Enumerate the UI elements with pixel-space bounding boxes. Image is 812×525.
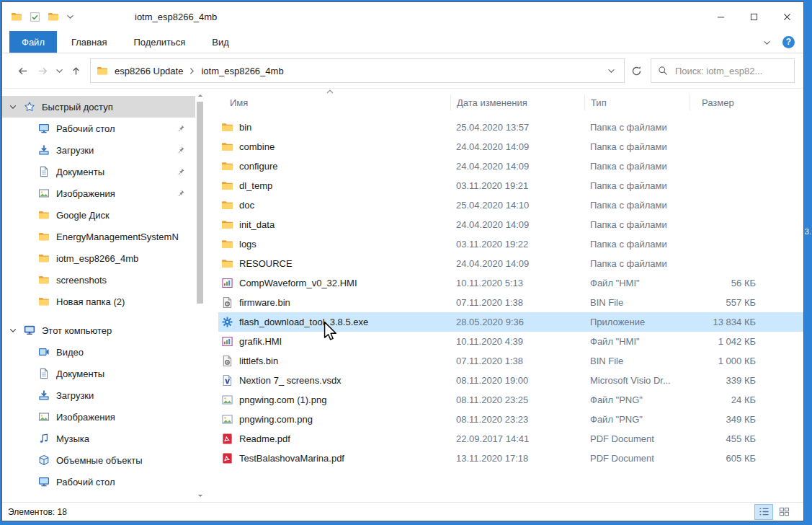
pin-icon [177,146,185,154]
sidebar-item-screenshots[interactable]: screenshots [2,269,195,291]
file-row[interactable]: init_data24.04.2020 14:09Папка с файлами [218,215,803,234]
sidebar-item-documents[interactable]: Документы [2,161,195,182]
file-row[interactable]: combine24.04.2020 14:09Папка с файлами [218,137,803,156]
file-row[interactable]: configure24.04.2020 14:09Папка с файлами [218,156,803,176]
new-folder-button[interactable] [48,11,59,22]
file-row[interactable]: firmware.bin07.11.2020 1:38BIN File557 К… [218,293,803,312]
sidebar-item-objects-3d[interactable]: Объемные объекты [2,449,195,471]
refresh-button[interactable] [625,58,648,83]
scroll-down-icon[interactable] [195,490,205,500]
tab-file[interactable]: Файл [9,31,57,53]
sidebar-item-music[interactable]: Музыка [2,428,195,449]
file-type: Папка с файлами [584,258,690,269]
scroll-up-icon[interactable] [195,90,205,100]
file-date-modified: 10.11.2020 4:39 [450,336,584,347]
column-header-size[interactable]: Размер [690,94,762,110]
sidebar-item-label: Этот компьютер [42,325,112,336]
sidebar-item-this-pc[interactable]: Этот компьютер [2,319,195,341]
sidebar-item-energy-management[interactable]: EnergyManagementSystemN [2,226,195,247]
sidebar-item-google-drive[interactable]: Google Диск [2,204,195,226]
address-bar[interactable]: esp8266 Updateiotm_esp8266_4mb [90,58,625,83]
search-input[interactable] [674,65,788,77]
qat-dropdown-icon[interactable] [66,14,74,19]
file-name: grafik.HMI [218,335,450,348]
file-row[interactable]: littlefs.bin07.11.2020 1:38BIN File1 000… [218,351,803,371]
file-size: 557 КБ [690,297,762,308]
folder-icon [38,252,50,264]
file-row[interactable]: pngwing.com (1).png08.11.2020 23:25Файл … [218,390,803,410]
file-size: 455 КБ [690,433,762,444]
tab-share[interactable]: Поделиться [121,31,197,53]
folder-icon [221,180,233,192]
sidebar-scrollbar[interactable] [195,89,205,502]
file-type: BIN File [584,297,690,308]
sidebar-item-new-folder-2[interactable]: Новая папка (2) [2,291,195,312]
tab-view[interactable]: Вид [200,31,241,53]
file-row[interactable]: doc25.04.2020 14:10Папка с файлами [218,195,803,215]
scrollbar-thumb[interactable] [197,102,203,304]
column-header-date[interactable]: Дата изменения [450,94,584,110]
close-button[interactable] [770,2,803,31]
ribbon-collapse-icon[interactable] [763,37,771,48]
file-row[interactable]: pngwing.com.png08.11.2020 23:23Файл "PNG… [218,410,803,429]
maximize-button[interactable] [737,2,770,31]
music-icon [38,433,50,444]
sidebar-item-iotm-esp8266-4mb[interactable]: iotm_esp8266_4mb [2,247,195,269]
forward-button[interactable] [32,61,53,81]
properties-button[interactable] [30,12,40,22]
details-view-button[interactable] [754,504,773,520]
sidebar-item-label: Изображения [56,188,115,199]
address-dropdown-icon[interactable] [604,69,618,74]
sidebar-item-pictures-2[interactable]: Изображения [2,406,195,428]
file-row[interactable]: dl_temp03.11.2020 19:21Папка с файлами [218,176,803,195]
sidebar-item-quick-access[interactable]: Быстрый доступ [2,96,195,118]
sidebar-item-label: Видео [56,347,84,358]
up-button[interactable] [66,61,86,81]
expander-icon[interactable] [9,105,17,110]
folder-icon [221,257,233,270]
minimize-button[interactable] [704,2,737,31]
file-row[interactable]: Readme.pdf22.09.2017 14:41PDF Document45… [218,429,803,449]
visio-icon [221,374,233,387]
address-toolbar: esp8266 Updateiotm_esp8266_4mb [2,53,803,89]
recent-locations-icon[interactable] [53,61,66,81]
search-box[interactable] [651,58,795,83]
file-row[interactable]: CompWaveform_v0_32.HMI10.11.2020 5:13Фай… [218,273,803,293]
address-folder-icon [97,65,108,76]
sidebar-item-documents-2[interactable]: Документы [2,363,195,384]
column-header-name[interactable]: Имя [218,94,450,110]
expander-icon[interactable] [9,328,17,333]
breadcrumb-segment[interactable]: esp8266 Update [108,66,189,76]
help-icon[interactable]: ? [782,36,795,48]
tab-home[interactable]: Главная [59,31,119,53]
file-row[interactable]: TestBalashovaMarina.pdf13.11.2020 17:18P… [218,449,803,468]
sidebar-item-pictures[interactable]: Изображения [2,182,195,204]
computer-icon [24,325,35,336]
sidebar-item-desktop-2[interactable]: Рабочий стол [2,471,195,493]
file-type: Папка с файлами [584,122,690,133]
file-row[interactable]: grafik.HMI10.11.2020 4:39Файл "HMI"1 042… [218,332,803,351]
sidebar-item-label: Загрузки [56,145,94,156]
sidebar-item-downloads-2[interactable]: Загрузки [2,384,195,406]
thumbnails-view-button[interactable] [775,504,793,520]
file-type: Файл "PNG" [584,414,690,425]
file-name: CompWaveform_v0_32.HMI [218,277,450,289]
back-button[interactable] [12,61,32,81]
desktop-icon [38,123,50,134]
file-row[interactable]: Nextion 7_ screens.vsdx08.11.2020 19:00M… [218,371,803,390]
file-row[interactable]: logs03.11.2020 19:22Папка с файлами [218,234,803,254]
ribbon-tab-bar: ФайлГлавнаяПоделитьсяВид ? [2,31,803,53]
downloads-icon [38,144,50,156]
file-type: PDF Document [584,453,690,464]
file-row[interactable]: RESOURCE24.04.2020 14:09Папка с файлами [218,254,803,273]
column-header-type[interactable]: Тип [584,94,690,110]
sidebar-item-videos[interactable]: Видео [2,341,195,363]
file-rows: bin25.04.2020 13:57Папка с файламиcombin… [218,118,803,468]
titlebar[interactable]: iotm_esp8266_4mb [2,2,803,31]
file-row[interactable]: flash_download_tool_3.8.5.exe28.05.2020 … [218,312,803,332]
file-row[interactable]: bin25.04.2020 13:57Папка с файлами [218,118,803,137]
sidebar-item-downloads[interactable]: Загрузки [2,139,195,161]
sidebar-item-desktop[interactable]: Рабочий стол [2,118,195,139]
file-name: flash_download_tool_3.8.5.exe [218,316,450,328]
breadcrumb-segment[interactable]: iotm_esp8266_4mb [195,66,290,76]
